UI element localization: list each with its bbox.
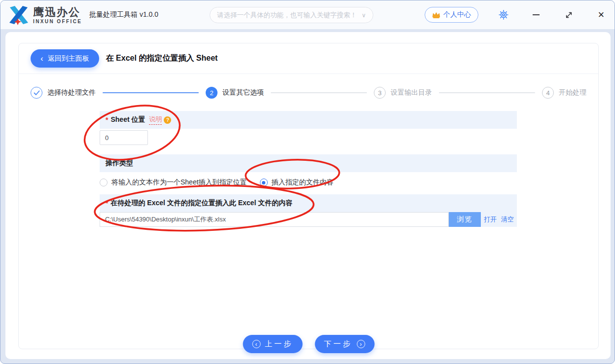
check-icon [34,90,40,96]
app-title-version: 批量处理工具箱 v1.0.0 [89,0,158,29]
step-1-select-files: 选择待处理文件 [31,87,96,99]
options-form: * Sheet 位置 说明 ? 操作类型 [100,111,517,227]
step-connector-2 [271,92,367,93]
sheet-position-section: * Sheet 位置 说明 ? [100,111,517,145]
operation-type-options: 将输入的文本作为一个Sheet插入到指定位置 插入指定的文件内容 [100,176,517,189]
wizard-panel: ‹ 返回到主面板 在 Excel 的指定位置插入 Sheet 选择待处理文件 [18,43,599,349]
chevron-down-icon: ∨ [362,12,366,19]
radio-insert-file-label: 插入指定的文件内容 [272,178,334,187]
insert-file-label-bar: * 在待处理的 Excel 文件的指定位置插入此 Excel 文件的内容 [100,194,517,212]
circled-chevron-right-icon: › [357,340,365,348]
next-step-label: 下一步 [324,339,352,349]
logo-x-icon [7,4,30,26]
browse-button[interactable]: 浏览 [449,212,481,227]
step-2-label: 设置其它选项 [222,88,264,97]
radio-unselected-icon [100,179,108,186]
step-3-label: 设置输出目录 [391,88,432,97]
help-question-icon[interactable]: ? [164,116,171,124]
clear-link[interactable]: 清空 [501,215,514,224]
brand-text: 鹰迅办公 INXUN OFFICE [33,7,82,24]
operation-type-section: 操作类型 将输入的文本作为一个Sheet插入到指定位置 插入指定的文件内容 [100,154,517,189]
operation-type-label-bar: 操作类型 [100,154,517,172]
open-link[interactable]: 打开 [484,215,497,224]
insert-file-input-row: 浏览 打开 清空 [100,212,517,227]
step-connector-1 [103,92,199,93]
file-path-input[interactable] [100,212,449,227]
app-logo: 鹰迅办公 INXUN OFFICE [7,4,82,26]
page-title: 在 Excel 的指定位置插入 Sheet [106,53,218,64]
radio-insert-text-sheet[interactable]: 将输入的文本作为一个Sheet插入到指定位置 [100,178,247,187]
window-controls: 个人中心 [425,0,607,29]
back-button-label: 返回到主面板 [48,54,89,63]
required-asterisk: * [106,199,108,207]
function-search-dropdown[interactable]: 请选择一个具体的功能，也可输入关键字搜索！ ∨ [210,7,373,23]
sheet-position-input[interactable] [100,130,148,145]
required-asterisk: * [106,116,108,124]
gear-icon [499,10,508,20]
radio-insert-file-content[interactable]: 插入指定的文件内容 [260,178,334,187]
brand-name-en: INXUN OFFICE [33,19,82,24]
next-step-button[interactable]: 下一步 › [315,335,374,353]
step-4-label: 开始处理 [559,88,586,97]
close-button[interactable]: × [596,9,607,20]
user-center-button[interactable]: 个人中心 [425,7,478,23]
search-placeholder: 请选择一个具体的功能，也可输入关键字搜索！ [217,11,359,20]
chevron-left-icon: ‹ [40,54,43,63]
insert-file-section: * 在待处理的 Excel 文件的指定位置插入此 Excel 文件的内容 浏览 … [100,194,517,227]
wizard-nav-buttons: ‹ 上一步 下一步 › [243,335,374,353]
maximize-button[interactable] [563,9,574,20]
step-indicator: 选择待处理文件 2 设置其它选项 3 设置输出目录 4 开始处理 [31,80,586,105]
title-bar: 鹰迅办公 INXUN OFFICE 批量处理工具箱 v1.0.0 请选择一个具体… [0,0,615,29]
radio-insert-text-label: 将输入的文本作为一个Sheet插入到指定位置 [111,178,247,187]
step-1-check-circle [31,87,42,99]
page-header-row: ‹ 返回到主面板 在 Excel 的指定位置插入 Sheet [19,43,598,74]
close-icon: × [598,9,605,20]
step-2-number-circle: 2 [206,87,217,99]
circled-chevron-left-icon: ‹ [252,340,260,348]
back-to-dashboard-button[interactable]: ‹ 返回到主面板 [31,49,99,68]
radio-selected-icon [260,179,268,186]
resize-diagonal-icon [565,11,573,19]
step-3-output-dir: 3 设置输出目录 [374,87,432,99]
step-4-number-circle: 4 [542,87,554,99]
sheet-position-input-row [100,129,517,145]
app-window: 鹰迅办公 INXUN OFFICE 批量处理工具箱 v1.0.0 请选择一个具体… [0,0,615,364]
operation-type-label: 操作类型 [106,159,133,168]
sheet-position-label-bar: * Sheet 位置 说明 ? [100,111,517,129]
prev-step-label: 上一步 [265,339,293,349]
crown-icon [432,11,440,19]
step-4-start: 4 开始处理 [542,87,586,99]
brand-name-cn: 鹰迅办公 [33,7,82,18]
user-center-label: 个人中心 [443,10,471,19]
step-3-number-circle: 3 [374,87,386,99]
main-panel: ‹ 返回到主面板 在 Excel 的指定位置插入 Sheet 选择待处理文件 [5,32,611,359]
sheet-position-label: Sheet 位置 [110,115,145,124]
file-link-actions: 打开 清空 [481,212,517,227]
prev-step-button[interactable]: ‹ 上一步 [243,335,302,353]
settings-button[interactable] [498,9,509,20]
minimize-icon [533,14,540,15]
minimize-button[interactable] [531,9,542,20]
insert-file-label: 在待处理的 Excel 文件的指定位置插入此 Excel 文件的内容 [110,199,292,208]
step-connector-3 [439,92,535,93]
step-1-label: 选择待处理文件 [47,88,96,97]
step-2-options: 2 设置其它选项 [206,87,264,99]
sheet-position-help-link[interactable]: 说明 [149,115,162,125]
